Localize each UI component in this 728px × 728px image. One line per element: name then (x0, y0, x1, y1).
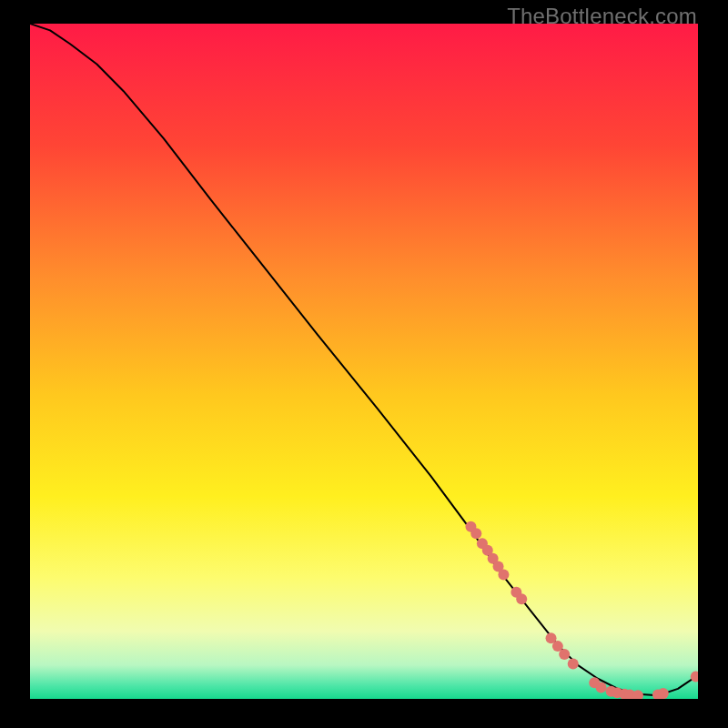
highlight-dot (470, 528, 481, 539)
highlight-dot (516, 593, 527, 604)
highlight-dot (596, 682, 607, 693)
highlight-dot (568, 658, 579, 669)
highlight-dot (559, 649, 570, 660)
chart-svg (30, 24, 698, 699)
chart-background-gradient (30, 24, 698, 699)
highlight-dot (498, 569, 509, 580)
chart-plot-area (30, 24, 698, 699)
highlight-dot (658, 688, 669, 699)
chart-stage: TheBottleneck.com (0, 0, 728, 728)
